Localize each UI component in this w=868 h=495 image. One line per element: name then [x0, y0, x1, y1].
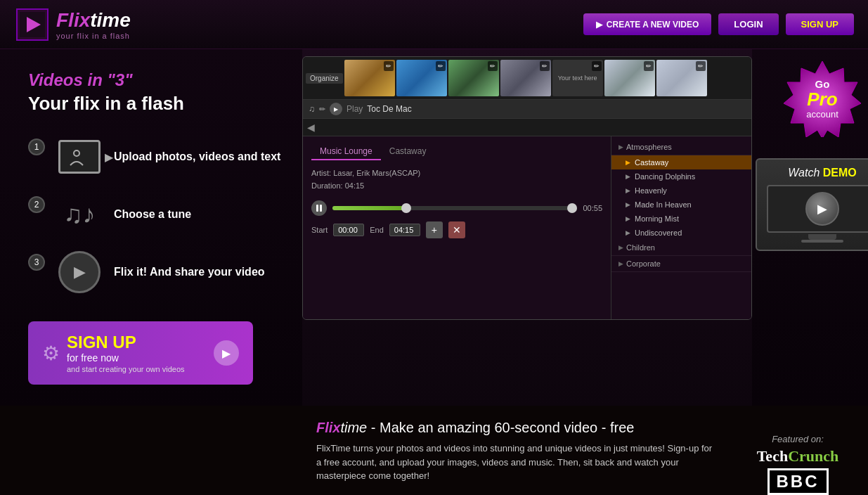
watch-demo-box: Watch DEMO ▶: [756, 158, 868, 251]
category-atmospheres-label: Atmospheres: [626, 143, 672, 151]
end-label: End: [370, 226, 384, 234]
monitor-base: [801, 240, 843, 243]
category-children[interactable]: ▶ Children: [611, 240, 751, 256]
category-corporate[interactable]: ▶ Corporate: [611, 256, 751, 272]
thumb-edit-icon-6[interactable]: ✏: [696, 61, 706, 71]
film-thumb-5[interactable]: ✏: [604, 60, 655, 96]
step-label-1: Upload photos, videos and text: [114, 150, 280, 165]
watch-label: Watch: [788, 167, 820, 179]
login-button[interactable]: LOGIN: [718, 13, 778, 35]
bottom-row: Flixtime - Make an amazing 60-second vid…: [0, 406, 868, 495]
bottom-right: Featured on: TechCrunch BBC: [727, 420, 868, 495]
film-thumb-6[interactable]: ✏: [656, 60, 707, 96]
film-thumb-2[interactable]: ✏: [396, 60, 447, 96]
go-pro-starburst: Go Pro account: [784, 60, 861, 137]
play-hex-icon: ▶: [58, 251, 101, 293]
end-time-input[interactable]: [389, 224, 420, 236]
logo-main: Flixtime: [56, 9, 131, 32]
tab-music-lounge[interactable]: Music Lounge: [311, 143, 381, 160]
film-thumb-3[interactable]: ✏: [448, 60, 499, 96]
thumb-edit-icon-5[interactable]: ✏: [644, 61, 654, 71]
step-icon-1: ▶: [55, 136, 104, 178]
atmospheres-arrow-icon: ▶: [618, 143, 623, 150]
pause-button[interactable]: [311, 200, 327, 216]
techcrunch-logo: TechCrunch: [734, 447, 861, 465]
progress-handle[interactable]: [401, 203, 411, 213]
music-play-button[interactable]: ▶: [330, 103, 342, 115]
track-name-heavenly: Heavenly: [635, 186, 667, 195]
step-1: 1 ▶ Upload photos, videos: [28, 136, 281, 178]
progress-area: 00:55: [311, 200, 602, 216]
tagline-1: Videos in "3": [28, 70, 281, 90]
signup-big-text: SIGN UP: [67, 333, 207, 352]
thumb-edit-icon-4[interactable]: ✏: [540, 61, 550, 71]
start-time-input[interactable]: [333, 224, 364, 236]
progress-track[interactable]: [332, 206, 577, 210]
right-column: Go Pro account Watch DEMO ▶: [752, 49, 868, 406]
add-button[interactable]: +: [426, 221, 443, 238]
track-heavenly[interactable]: ▶ Heavenly: [611, 184, 751, 198]
gear-icon: ⚙: [42, 342, 60, 365]
track-play-icon-undiscovered: ▶: [626, 229, 630, 236]
left-column: Videos in "3" Your flix in a flash 1: [0, 49, 302, 406]
go-pro-badge[interactable]: Go Pro account: [784, 60, 861, 137]
thumb-edit-icon-1[interactable]: ✏: [384, 61, 394, 71]
track-play-icon-dolphins: ▶: [626, 173, 630, 180]
logo-flix: Flix: [56, 9, 90, 31]
film-thumb-1[interactable]: ✏: [344, 60, 395, 96]
svg-point-3: [74, 150, 79, 156]
featured-area: Featured on: TechCrunch BBC: [734, 434, 861, 495]
logo-area: Flixtime your flix in a flash: [14, 6, 131, 43]
step-3: 3 ▶ Flix it! And share your video: [28, 251, 281, 293]
logo-tagline: your flix in a flash: [56, 32, 131, 40]
step-icon-2: ♫♪: [55, 193, 104, 236]
time-end: 00:55: [583, 204, 602, 212]
progress-handle-end[interactable]: [567, 203, 577, 213]
demo-monitor: ▶: [767, 185, 868, 233]
step-icon-3: ▶: [55, 251, 104, 293]
create-video-button[interactable]: ▶ CREATE A NEW VIDEO: [583, 13, 712, 35]
film-thumb-text[interactable]: ✏ Your text here: [552, 60, 603, 96]
category-atmospheres[interactable]: ▶ Atmospheres: [611, 139, 751, 155]
track-play-icon-made: ▶: [626, 201, 630, 208]
steps: 1 ▶ Upload photos, videos: [28, 136, 281, 293]
thumb-edit-icon-2[interactable]: ✏: [436, 61, 446, 71]
track-morning-mist[interactable]: ▶ Morning Mist: [611, 212, 751, 226]
category-corporate-label: Corporate: [626, 259, 661, 268]
signup-sub-text: for free now: [67, 352, 207, 364]
arrow-left-icon[interactable]: ◀: [307, 122, 315, 133]
tagline-2: Your flix in a flash: [28, 93, 281, 115]
header-buttons: ▶ CREATE A NEW VIDEO LOGIN SIGN UP: [583, 13, 854, 35]
thumb-edit-icon-3[interactable]: ✏: [488, 61, 498, 71]
crunch-text: Crunch: [788, 447, 838, 465]
featured-label: Featured on:: [734, 434, 861, 444]
track-name-undiscovered: Undiscovered: [635, 229, 682, 237]
music-note-icon: ♫♪: [64, 200, 96, 229]
organize-button[interactable]: Organize: [306, 73, 343, 84]
track-play-icon-castaway: ▶: [626, 159, 630, 166]
tab-castaway[interactable]: Castaway: [381, 143, 435, 160]
remove-button[interactable]: ✕: [448, 221, 465, 238]
track-play-icon-heavenly: ▶: [626, 187, 630, 194]
thumb-edit-icon-text[interactable]: ✏: [592, 61, 602, 71]
play-label: Play: [346, 104, 363, 114]
track-castaway[interactable]: ▶ Castaway: [611, 155, 751, 169]
track-name-morning: Morning Mist: [635, 214, 679, 223]
center-column: Organize ✏ ✏ ✏ ✏ ✏ Your text here: [302, 49, 752, 406]
svg-text:Pro: Pro: [807, 89, 837, 110]
music-lounge: Music Lounge Castaway Artist: Lasar, Eri…: [303, 136, 751, 319]
signup-header-button[interactable]: SIGN UP: [786, 13, 854, 35]
pause-icon: [316, 205, 322, 212]
signup-play-button[interactable]: ▶: [214, 340, 239, 366]
desc-flix: Flix: [316, 420, 340, 435]
track-made-in-heaven[interactable]: ▶ Made In Heaven: [611, 198, 751, 212]
bbc-logo: BBC: [767, 468, 829, 495]
film-thumb-4[interactable]: ✏: [500, 60, 551, 96]
track-dancing-dolphins[interactable]: ▶ Dancing Dolphins: [611, 169, 751, 184]
artist-name: Lasar, Erik Mars(ASCAP): [333, 169, 420, 177]
track-undiscovered[interactable]: ▶ Undiscovered: [611, 226, 751, 240]
tech-text: Tech: [757, 447, 788, 465]
demo-play-button[interactable]: ▶: [805, 192, 839, 226]
signup-box[interactable]: ⚙ SIGN UP for free now and start creatin…: [28, 321, 253, 385]
start-label: Start: [311, 226, 328, 234]
